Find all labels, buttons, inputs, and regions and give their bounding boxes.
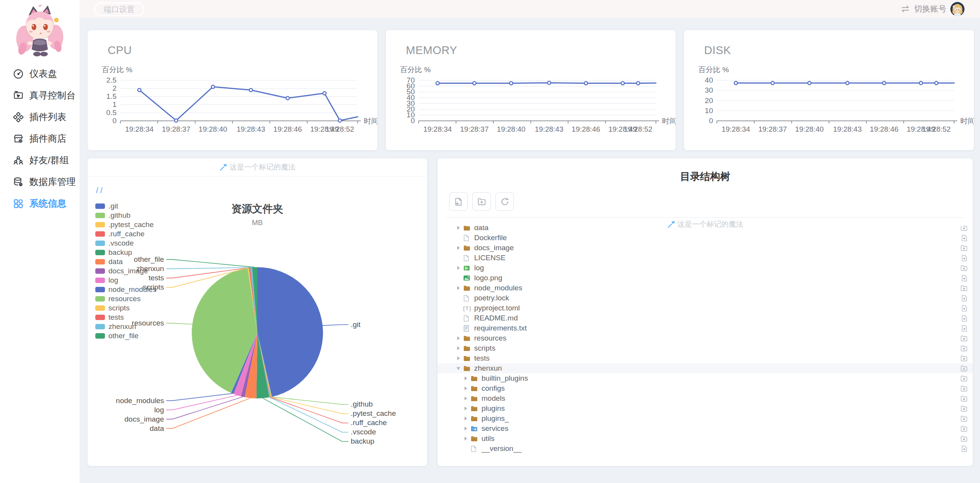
new-folder-button[interactable]	[472, 192, 491, 211]
expand-caret-icon[interactable]	[455, 286, 461, 290]
sidebar-item-7[interactable]: 系统信息	[0, 193, 79, 214]
tree-row[interactable]: zhenxun	[438, 363, 973, 373]
tree-row[interactable]: plugins_	[438, 414, 973, 424]
sidebar-item-2[interactable]: 真寻控制台	[0, 85, 79, 106]
tree-row[interactable]: __version__	[438, 444, 973, 454]
expand-caret-icon[interactable]	[455, 356, 461, 360]
svg-text:0.5: 0.5	[106, 108, 117, 117]
expand-caret-icon[interactable]	[455, 367, 461, 370]
expand-caret-icon[interactable]	[463, 437, 469, 441]
svg-text:19:28:43: 19:28:43	[833, 125, 862, 133]
tree-row[interactable]: models	[438, 393, 973, 403]
tree-row[interactable]: scripts	[438, 343, 973, 353]
tree-row[interactable]: plugins	[438, 403, 973, 414]
svg-text:2.5: 2.5	[106, 76, 117, 84]
tree-row-label: utils	[482, 434, 495, 443]
refresh-button[interactable]	[495, 192, 514, 211]
download-file-icon[interactable]	[961, 325, 967, 332]
tree-row[interactable]: docs_image	[438, 243, 973, 253]
disk-line-chart: 百分比 %01020304019:28:3419:28:3719:28:4019…	[684, 30, 974, 150]
expand-caret-icon[interactable]	[455, 346, 461, 350]
folder-icon	[463, 226, 471, 231]
download-file-icon[interactable]	[961, 295, 967, 302]
sidebar-item-4[interactable]: 插件商店	[0, 128, 79, 149]
download-folder-icon[interactable]	[961, 366, 967, 371]
download-folder-icon[interactable]	[961, 436, 967, 442]
memory-card: MEMORY 百分比 %01020304050607019:28:3419:28…	[386, 30, 676, 150]
svg-text:node_modules: node_modules	[116, 397, 164, 405]
tree-row[interactable]: data	[438, 226, 973, 233]
expand-caret-icon[interactable]	[455, 266, 461, 270]
port-settings-button[interactable]: 端口设置	[94, 2, 144, 16]
expand-caret-icon[interactable]	[463, 417, 469, 420]
svg-text:0: 0	[112, 117, 117, 125]
download-folder-icon[interactable]	[961, 226, 967, 231]
download-file-icon[interactable]	[961, 235, 967, 241]
tree-row[interactable]: README.md	[438, 313, 973, 323]
tree-row[interactable]: node_modules	[438, 283, 973, 293]
expand-caret-icon[interactable]	[455, 336, 461, 340]
svg-text:时间: 时间	[662, 117, 676, 125]
svg-text:19:28:37: 19:28:37	[162, 125, 191, 133]
download-folder-icon[interactable]	[961, 245, 967, 251]
sidebar-item-6[interactable]: 数据库管理	[0, 171, 79, 193]
svg-text:.vscode: .vscode	[351, 428, 376, 436]
txt-icon	[463, 325, 471, 332]
expand-caret-icon[interactable]	[463, 427, 469, 430]
download-file-icon[interactable]	[961, 446, 967, 452]
expand-caret-icon[interactable]	[455, 226, 461, 230]
tree-row-label: plugins_	[482, 414, 509, 423]
tree-row[interactable]: requirements.txt	[438, 323, 973, 333]
new-file-button[interactable]	[449, 192, 468, 211]
tree-viewport[interactable]: dataDockerfiledocs_imageLICENSEloglogo.p…	[438, 226, 973, 464]
tree-row[interactable]: resources	[438, 333, 973, 343]
tree-row[interactable]: logo.png	[438, 273, 973, 283]
download-folder-icon[interactable]	[961, 336, 967, 341]
tree-row-label: Dockerfile	[474, 234, 507, 242]
sidebar-item-1[interactable]: 仪表盘	[0, 63, 79, 85]
tree-row[interactable]: utils	[438, 434, 973, 444]
svg-text:19:28:52: 19:28:52	[922, 125, 951, 133]
tree-row[interactable]: services	[438, 424, 973, 434]
download-folder-icon[interactable]	[961, 346, 967, 351]
expand-caret-icon[interactable]	[463, 397, 469, 400]
download-folder-icon[interactable]	[961, 426, 967, 432]
download-file-icon[interactable]	[961, 255, 967, 261]
tree-row[interactable]: configs	[438, 383, 973, 393]
tree-row[interactable]: log	[438, 263, 973, 273]
download-folder-icon[interactable]	[961, 416, 967, 422]
switch-account-label[interactable]: 切换账号	[914, 3, 946, 14]
expand-caret-icon[interactable]	[463, 386, 469, 390]
tree-row[interactable]: LICENSE	[438, 253, 973, 263]
download-folder-icon[interactable]	[961, 356, 967, 361]
expand-caret-icon[interactable]	[463, 376, 469, 380]
sidebar-item-label: 数据库管理	[29, 176, 76, 188]
download-folder-icon[interactable]	[961, 406, 967, 412]
download-folder-icon[interactable]	[961, 396, 967, 402]
sidebar-item-3[interactable]: 插件列表	[0, 106, 79, 128]
tree-row[interactable]: [T]pyproject.toml	[438, 303, 973, 313]
user-avatar[interactable]	[950, 2, 965, 16]
download-folder-icon[interactable]	[961, 376, 967, 381]
svg-text:.git: .git	[351, 320, 361, 329]
download-folder-icon[interactable]	[961, 386, 967, 391]
svg-text:19:28:34: 19:28:34	[721, 125, 750, 133]
tree-row[interactable]: tests	[438, 353, 973, 363]
toml-icon: [T]	[463, 305, 471, 312]
sidebar: 仪表盘真寻控制台插件列表插件商店好友/群组数据库管理系统信息	[0, 0, 79, 483]
tree-row[interactable]: Dockerfile	[438, 233, 973, 243]
tree-row-label: LICENSE	[474, 254, 505, 262]
svg-text:2: 2	[112, 84, 117, 92]
svg-text:19:28:37: 19:28:37	[759, 125, 787, 133]
topbar: 端口设置 切换账号	[79, 0, 980, 18]
expand-caret-icon[interactable]	[463, 407, 469, 410]
download-file-icon[interactable]	[961, 315, 967, 322]
download-file-icon[interactable]	[961, 305, 967, 312]
download-file-icon[interactable]	[961, 275, 967, 281]
tree-row[interactable]: poetry.lock	[438, 293, 973, 303]
download-folder-icon[interactable]	[961, 265, 967, 271]
download-folder-icon[interactable]	[961, 285, 967, 291]
tree-row[interactable]: builtin_plugins	[438, 373, 973, 383]
expand-caret-icon[interactable]	[455, 246, 461, 250]
sidebar-item-5[interactable]: 好友/群组	[0, 149, 79, 171]
